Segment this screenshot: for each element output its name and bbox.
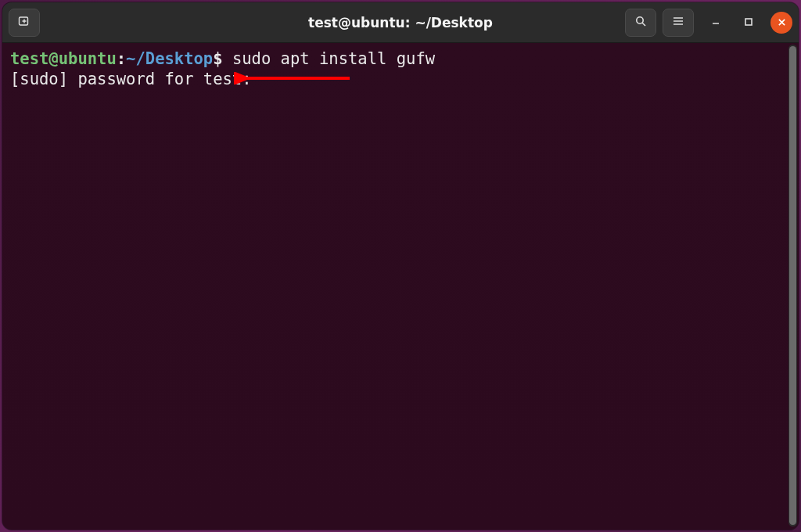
terminal-body[interactable]: test@ubuntu:~/Desktop$ sudo apt install … <box>2 43 799 530</box>
svg-point-1 <box>637 16 643 23</box>
maximize-button[interactable] <box>738 12 760 34</box>
command-text-value: sudo apt install gufw <box>232 49 435 68</box>
prompt-path: ~/Desktop <box>126 49 213 68</box>
terminal-window: test@ubuntu: ~/Desktop <box>2 2 799 530</box>
terminal-line-1: test@ubuntu:~/Desktop$ sudo apt install … <box>10 49 791 70</box>
prompt-user-host: test@ubuntu <box>10 49 117 68</box>
window-title: test@ubuntu: ~/Desktop <box>308 15 493 31</box>
search-icon <box>634 15 647 31</box>
terminal-line-2: [sudo] password for test: <box>10 70 791 90</box>
maximize-icon <box>744 15 753 30</box>
hamburger-icon <box>672 15 684 31</box>
minimize-button[interactable] <box>705 12 727 34</box>
menu-button[interactable] <box>663 9 694 37</box>
titlebar-left <box>9 9 40 37</box>
prompt-separator: : <box>117 49 126 68</box>
scroll-thumb[interactable] <box>789 46 796 525</box>
close-button[interactable] <box>770 12 792 34</box>
svg-rect-2 <box>745 19 752 25</box>
close-icon <box>778 15 786 30</box>
search-button[interactable] <box>625 9 656 37</box>
new-tab-button[interactable] <box>9 9 40 37</box>
command-text <box>223 49 232 68</box>
titlebar: test@ubuntu: ~/Desktop <box>2 2 799 43</box>
titlebar-right <box>625 9 792 37</box>
sudo-password-prompt: [sudo] password for test: <box>10 70 261 88</box>
prompt-symbol: $ <box>213 49 222 68</box>
scrollbar-vertical[interactable] <box>788 45 797 527</box>
new-tab-icon <box>18 15 31 31</box>
minimize-icon <box>711 15 720 30</box>
